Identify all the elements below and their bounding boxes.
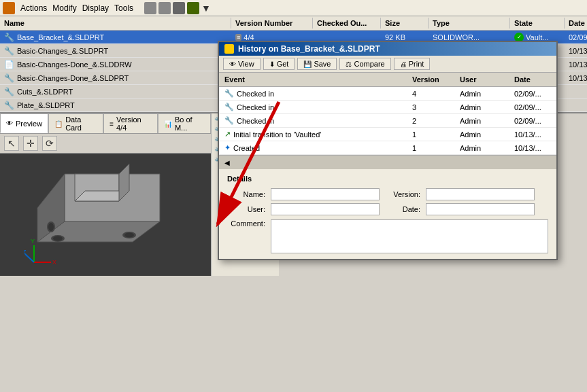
col-date[interactable]: Date Modif...: [565, 18, 587, 29]
history-title-bar: History on Base_Bracket_&.SLDPRT: [219, 42, 556, 56]
event-cell-2: 🔧 Checked in: [219, 115, 407, 126]
file-name-text: Plate_&.SLDPRT: [17, 101, 75, 109]
toolbar-tools[interactable]: Tools: [114, 3, 133, 13]
event-cell-1: 🔧 Checked in: [219, 101, 407, 113]
event-cell-0: 🔧 Checked in: [219, 88, 407, 99]
date-cell-4: 10/13/...: [509, 143, 556, 154]
details-grid: Name: Version: User: Date:: [227, 188, 548, 215]
name-input[interactable]: [271, 188, 380, 200]
user-cell-4: Admin: [454, 143, 509, 154]
checkin-icon-2: 🔧: [224, 116, 234, 125]
svg-text:Y: Y: [31, 238, 35, 245]
history-table-header: Event Version User Date: [219, 73, 556, 87]
file-icon-slddrw: 📄: [4, 60, 14, 69]
view-icon: 👁: [229, 60, 236, 68]
save-icon: 💾: [303, 60, 312, 68]
version-cell-4: 1: [407, 143, 454, 154]
rotate-tool[interactable]: ⟳: [42, 136, 57, 151]
user-input[interactable]: [271, 203, 380, 215]
date-input[interactable]: [426, 203, 535, 215]
toolbar-display[interactable]: Display: [82, 3, 109, 13]
date-label: Date:: [382, 205, 423, 213]
svg-point-7: [53, 236, 63, 241]
history-col-event: Event: [219, 74, 407, 85]
cursor-tool[interactable]: ↖: [4, 136, 19, 151]
preview-icon: 👁: [6, 120, 13, 127]
col-version[interactable]: Version Number: [231, 18, 313, 29]
preview-toolbar: ↖ ✛ ⟳: [0, 134, 211, 154]
history-title-text: History on Base_Bracket_&.SLDPRT: [238, 44, 380, 54]
file-icon-sldprt: 🔧: [4, 46, 14, 56]
col-state[interactable]: State: [510, 18, 565, 29]
file-name-text: Basic-Changes-Done_&.SLDPRT: [17, 74, 129, 82]
date-cell: 10/13/2022...: [565, 46, 587, 56]
compare-icon: ⚖: [346, 60, 352, 68]
file-name-cell: 🔧 Base_Bracket_&.SLDPRT: [0, 31, 231, 43]
3d-preview-area: X Y Z: [0, 154, 211, 276]
date-cell-1: 02/09/...: [509, 102, 556, 113]
event-cell-3: ↗ Initial transition to 'Vaulted': [219, 128, 407, 140]
checkin-icon-0: 🔧: [224, 89, 234, 98]
file-name-text: Basic-Changes_&.SLDPRT: [17, 47, 108, 55]
history-row[interactable]: ↗ Initial transition to 'Vaulted' 1 Admi…: [219, 128, 556, 141]
version-cell-2: 2: [407, 115, 454, 126]
tab-data-card[interactable]: 📋 Data Card: [48, 113, 103, 133]
toolbar-icon-1[interactable]: [144, 2, 156, 14]
date-cell: 10/13/2022...: [565, 59, 587, 70]
toolbar-actions[interactable]: Actions: [20, 3, 47, 13]
file-name-cell: 🔧 Plate_&.SLDPRT: [0, 99, 231, 111]
comment-textarea[interactable]: [271, 219, 548, 253]
tab-bom[interactable]: 📊 Bo of M...: [158, 113, 211, 133]
details-title: Details: [227, 175, 548, 183]
get-icon: ⬇: [269, 60, 275, 68]
file-icon-sldprt: 🔧: [4, 33, 14, 42]
date-cell: 02/09/2023...: [565, 32, 587, 43]
history-compare-button[interactable]: ⚖ Compare: [339, 58, 390, 70]
history-row[interactable]: 🔧 Checked in 3 Admin 02/09/...: [219, 101, 556, 114]
datacard-icon: 📋: [54, 120, 63, 128]
toolbar-icon-3[interactable]: [173, 2, 185, 14]
history-row[interactable]: 🔧 Checked in 4 Admin 02/09/...: [219, 87, 556, 101]
3d-model-preview: X Y Z: [24, 154, 187, 276]
svg-text:X: X: [52, 259, 56, 266]
user-cell-0: Admin: [454, 88, 509, 99]
col-name[interactable]: Name: [0, 18, 231, 29]
history-get-button[interactable]: ⬇ Get: [263, 58, 295, 70]
file-name-cell: 📄 Basic-Changes-Done_&.SLDDRW: [0, 58, 231, 71]
history-print-button[interactable]: 🖨 Print: [394, 58, 431, 70]
version-cell-3: 1: [407, 129, 454, 140]
date-cell-2: 02/09/...: [509, 115, 556, 126]
history-dialog-icon: [224, 44, 234, 54]
name-label: Name:: [227, 190, 268, 198]
history-dialog: History on Base_Bracket_&.SLDPRT 👁 View …: [218, 41, 558, 260]
comment-label: Comment:: [227, 219, 268, 228]
created-icon: ✦: [224, 143, 231, 152]
move-tool[interactable]: ✛: [23, 136, 38, 151]
toolbar-icon-2[interactable]: [158, 2, 171, 14]
history-row[interactable]: ✦ Created 1 Admin 10/13/...: [219, 141, 556, 155]
col-type[interactable]: Type: [429, 18, 510, 29]
tab-version[interactable]: ≡ Version 4/4: [103, 113, 158, 133]
history-col-user: User: [454, 74, 509, 85]
bom-icon: 📊: [164, 120, 172, 128]
col-size[interactable]: Size: [381, 18, 429, 29]
history-col-date: Date: [509, 74, 556, 85]
user-cell-3: Admin: [454, 129, 509, 140]
left-panel: 👁 Preview 📋 Data Card ≡ Version 4/4 📊 Bo…: [0, 113, 211, 276]
version-cell-1: 3: [407, 102, 454, 113]
history-save-button[interactable]: 💾 Save: [297, 58, 337, 70]
history-view-button[interactable]: 👁 View: [223, 58, 261, 70]
version-input[interactable]: [426, 188, 535, 200]
file-list-header: Name Version Number Checked Ou... Size T…: [0, 16, 587, 31]
top-toolbar: Actions Modify Display Tools ▼: [0, 0, 587, 16]
version-tab-icon: ≡: [110, 120, 114, 128]
transition-icon: ↗: [224, 130, 231, 139]
col-checked-out[interactable]: Checked Ou...: [313, 18, 381, 29]
tab-preview[interactable]: 👁 Preview: [0, 113, 48, 133]
history-row[interactable]: 🔧 Checked in 2 Admin 02/09/...: [219, 114, 556, 128]
checked-out-cell: [313, 36, 381, 39]
file-name-cell: 🔧 Basic-Changes_&.SLDPRT: [0, 45, 231, 57]
history-separator[interactable]: ◀: [219, 156, 556, 169]
toolbar-modify[interactable]: Modify: [52, 3, 76, 13]
toolbar-icon-4[interactable]: [187, 2, 199, 14]
